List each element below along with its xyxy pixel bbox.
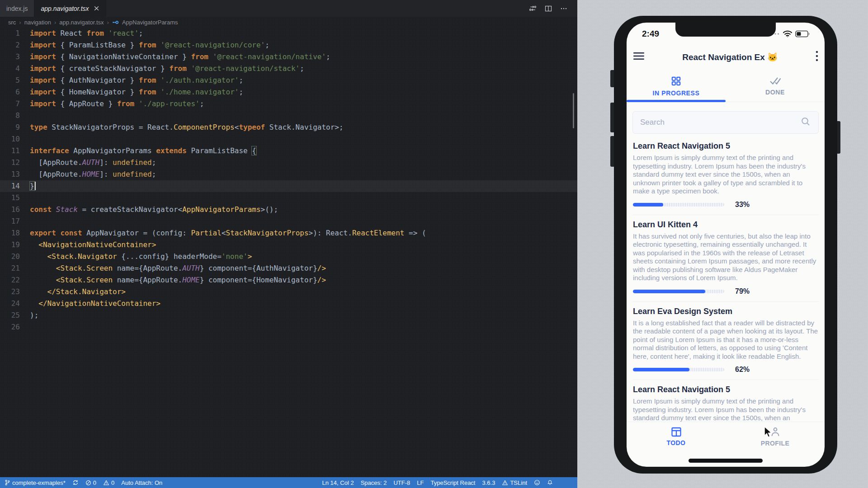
breadcrumb-separator: › [54,19,56,26]
breadcrumb-item[interactable]: app.navigator.tsx [59,19,104,26]
breadcrumb-item[interactable]: AppNavigatorParams [122,19,178,26]
line-number: 12 [0,157,30,169]
status-item[interactable]: UTF-8 [393,479,410,486]
progress-fill [633,203,663,206]
status-item[interactable]: TSLint [502,479,527,486]
line-number: 1 [0,28,30,39]
editor-tab[interactable]: app.navigator.tsx [34,0,106,17]
status-item-label: LF [417,479,424,486]
todo-card[interactable]: Learn React Navigation 5Lorem Ipsum is s… [632,380,819,422]
todo-card[interactable]: Learn UI Kitten 4It has survived not onl… [632,215,819,302]
status-item[interactable]: Auto Attach: On [121,479,162,486]
app-header: React Navigation Ex 🐱 [627,45,825,69]
card-body: Lorem Ipsum is simply dummy text of the … [633,397,818,422]
more-actions-icon[interactable] [560,5,567,12]
status-item[interactable]: complete-exmaples* [5,479,66,486]
card-title: Learn React Navigation 5 [633,385,818,394]
line-number: 15 [0,192,30,204]
line-number: 8 [0,110,30,122]
code-line: 8 [0,110,577,122]
card-title: Learn React Navigation 5 [633,141,818,151]
code-line-text: [AppRoute.AUTH]: undefined; [30,157,156,169]
code-line: 13 [AppRoute.HOME]: undefined; [0,169,577,180]
line-number: 9 [0,122,30,133]
bell-icon [547,479,553,486]
status-item-label: 0 [111,479,114,486]
code-line-text: interface AppNavigatorParams extends Par… [30,145,256,157]
home-indicator[interactable] [689,459,763,463]
tab-done[interactable]: DONE [726,70,825,102]
symbol-interface-icon [112,19,119,26]
code-line-text: export const AppNavigator = (config: Par… [30,227,426,239]
progress-row: 33% [633,201,818,209]
editor-actions [529,0,577,17]
todo-card[interactable]: Learn React Navigation 5Lorem Ipsum is s… [632,136,819,215]
code-line: 24 </NavigationNativeContainer> [0,298,577,310]
kebab-icon[interactable] [816,51,818,61]
status-item[interactable] [72,479,79,486]
bottom-tab-label: TODO [667,439,686,446]
open-changes-icon[interactable] [529,5,537,12]
status-item[interactable] [534,479,540,486]
smiley-icon [534,479,540,486]
editor-scrollbar[interactable] [573,93,574,128]
editor-tab[interactable]: index.js [0,0,34,17]
line-number: 18 [0,227,30,239]
code-line: 14} [0,180,577,192]
progress-label: 79% [735,287,750,296]
breadcrumb-item[interactable]: src [8,19,16,26]
line-number: 21 [0,263,30,274]
status-item[interactable]: Spaces: 2 [361,479,387,486]
line-number: 10 [0,133,30,145]
editor-tab-label: index.js [6,5,28,12]
line-number: 4 [0,63,30,75]
breadcrumb-item[interactable]: navigation [24,19,51,26]
code-line: 3import { NavigationNativeContainer } fr… [0,51,577,63]
code-line: 12 [AppRoute.AUTH]: undefined; [0,157,577,169]
code-line: 7import { AppRoute } from './app-routes'… [0,98,577,110]
search-input[interactable]: Search [632,111,819,134]
status-item[interactable]: 0 [85,479,96,486]
progress-label: 62% [735,366,750,374]
status-item[interactable]: TypeScript React [431,479,476,486]
bottom-tab-label: PROFILE [761,440,789,447]
line-number: 11 [0,145,30,157]
battery-icon [795,30,810,38]
bottom-tab-todo[interactable]: TODO [627,422,726,451]
card-body: It is a long established fact that a rea… [633,319,818,361]
line-number: 14 [0,180,30,192]
status-item[interactable] [547,479,553,486]
code-line: 10 [0,133,577,145]
grid-icon [671,76,681,86]
code-line: 20 <Stack.Navigator {...config} headerMo… [0,251,577,263]
card-body: It has survived not only five centuries,… [633,232,818,282]
tab-label: IN PROGRESS [653,89,700,97]
code-editor[interactable]: 1import React from 'react';2import { Par… [0,28,577,477]
code-line: 22 <Stack.Screen name={AppRoute.HOME} co… [0,274,577,286]
progress-row: 62% [633,366,818,374]
progress-row: 79% [633,287,818,296]
status-item[interactable]: 3.6.3 [482,479,495,486]
status-item[interactable]: Ln 14, Col 2 [322,479,354,486]
code-line: 26 [0,321,577,333]
code-line: 1import React from 'react'; [0,28,577,39]
split-editor-icon[interactable] [545,5,552,12]
phone-frame: 2:49 React Navigation Ex 🐱 IN PROGRESSDO… [614,16,837,474]
progress-label: 33% [735,201,750,209]
status-item[interactable]: LF [417,479,424,486]
bottom-tab-profile[interactable]: PROFILE [726,422,825,451]
line-number: 26 [0,321,30,333]
close-icon[interactable] [94,5,99,11]
status-item-label: Ln 14, Col 2 [322,479,354,486]
status-bar-left: complete-exmaples*00Auto Attach: On [5,477,162,488]
phone-notch [675,23,776,37]
breadcrumb-separator: › [107,19,109,26]
status-bar: complete-exmaples*00Auto Attach: On Ln 1… [0,477,577,488]
tab-in-progress[interactable]: IN PROGRESS [627,70,726,102]
status-item[interactable]: 0 [103,479,114,486]
error-icon [85,480,91,486]
menu-icon[interactable] [633,52,645,61]
todo-card[interactable]: Learn Eva Design SystemIt is a long esta… [632,302,819,380]
code-line: 18export const AppNavigator = (config: P… [0,227,577,239]
phone-screen: 2:49 React Navigation Ex 🐱 IN PROGRESSDO… [627,23,825,467]
